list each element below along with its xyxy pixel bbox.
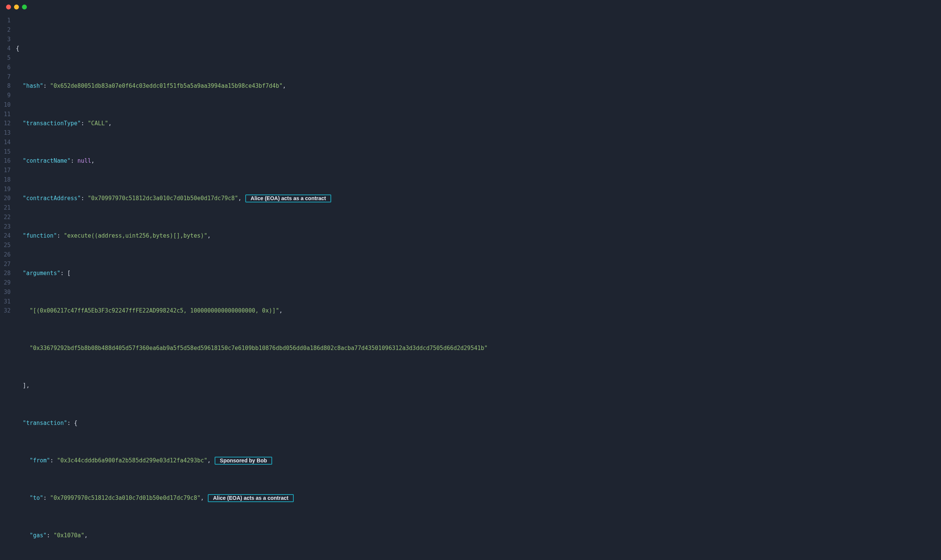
json-key: transaction: [26, 420, 64, 426]
line-number: 16: [4, 156, 11, 166]
zoom-icon[interactable]: [22, 5, 27, 9]
line-number: 8: [4, 81, 11, 91]
line-number: 18: [4, 175, 11, 185]
json-string: execute((address,uint256,bytes)[],bytes): [67, 232, 204, 239]
line-number: 24: [4, 231, 11, 241]
code-line: "hash": "0x652de80051db83a07e0f64c03eddc…: [16, 81, 941, 91]
line-number: 13: [4, 128, 11, 138]
code-area: 1 2 3 4 5 6 7 8 9 10 11 12 13 14 15 16 1…: [0, 14, 941, 560]
code-line: "gas": "0x1070a",: [16, 531, 941, 540]
line-number: 28: [4, 269, 11, 278]
line-number: 31: [4, 297, 11, 306]
line-number: 26: [4, 250, 11, 260]
json-string: [(0x006217c47ffA5Eb3F3c92247ffFE22AD9982…: [33, 307, 276, 314]
code-window: 1 2 3 4 5 6 7 8 9 10 11 12 13 14 15 16 1…: [0, 0, 941, 560]
code-line: "transactionType": "CALL",: [16, 119, 941, 128]
line-number: 11: [4, 110, 11, 119]
line-number: 6: [4, 63, 11, 72]
json-key: to: [33, 495, 40, 501]
line-number: 23: [4, 222, 11, 232]
json-string: CALL: [91, 120, 105, 127]
code-line: "to": "0x70997970c51812dc3a010c7d01b50e0…: [16, 493, 941, 503]
json-key: hash: [26, 82, 40, 89]
line-number: 5: [4, 53, 11, 63]
code-line: {: [16, 44, 941, 53]
code-line: "transaction": {: [16, 418, 941, 428]
line-number: 21: [4, 203, 11, 213]
line-number: 14: [4, 138, 11, 147]
json-string: 0x70997970c51812dc3a010c7d01b50e0d17dc79…: [53, 495, 197, 501]
line-number: 10: [4, 100, 11, 110]
json-string: 0x70997970c51812dc3a010c7d01b50e0d17dc79…: [91, 195, 235, 202]
json-string: 0x3c44cdddb6a900fa2b585dd299e03d12fa4293…: [60, 457, 204, 464]
json-key: function: [26, 232, 53, 239]
json-key: gas: [33, 532, 43, 539]
json-key: arguments: [26, 270, 57, 277]
line-number: 2: [4, 25, 11, 35]
line-number: 32: [4, 306, 11, 316]
code-line: ],: [16, 381, 941, 390]
line-number: 19: [4, 185, 11, 194]
line-number: 15: [4, 147, 11, 157]
line-number: 4: [4, 44, 11, 53]
json-null: null: [78, 156, 91, 166]
line-number: 30: [4, 288, 11, 297]
titlebar: [0, 0, 941, 14]
close-icon[interactable]: [6, 5, 11, 9]
json-key: contractAddress: [26, 195, 77, 202]
line-number: 1: [4, 16, 11, 25]
json-string: 0x652de80051db83a07e0f64c03eddc01f51fb5a…: [53, 82, 279, 89]
json-string: 0x33679292bdf5b8b08b488d405d57f360ea6ab9…: [33, 345, 484, 352]
line-number: 3: [4, 35, 11, 44]
callout-bob: Sponsored by Bob: [215, 457, 272, 465]
json-key: transactionType: [26, 120, 77, 127]
callout-alice: Alice (EOA) acts as a contract: [245, 194, 331, 203]
line-number: 7: [4, 72, 11, 82]
json-key: contractName: [26, 157, 67, 164]
code-line: "[(0x006217c47ffA5Eb3F3c92247ffFE22AD998…: [16, 306, 941, 316]
line-number: 25: [4, 241, 11, 250]
code-line: "function": "execute((address,uint256,by…: [16, 231, 941, 241]
code-block: { "hash": "0x652de80051db83a07e0f64c03ed…: [16, 16, 941, 560]
line-number: 9: [4, 91, 11, 100]
code-line: "0x33679292bdf5b8b08b488d405d57f360ea6ab…: [16, 344, 941, 353]
code-line: "contractAddress": "0x70997970c51812dc3a…: [16, 194, 941, 203]
line-number: 29: [4, 278, 11, 288]
line-number: 12: [4, 119, 11, 128]
line-number: 20: [4, 194, 11, 203]
line-number-gutter: 1 2 3 4 5 6 7 8 9 10 11 12 13 14 15 16 1…: [0, 16, 16, 560]
callout-alice-to: Alice (EOA) acts as a contract: [208, 494, 294, 502]
line-number: 17: [4, 166, 11, 175]
minimize-icon[interactable]: [14, 5, 19, 9]
line-number: 27: [4, 260, 11, 269]
code-line: "contractName": null,: [16, 156, 941, 166]
line-number: 22: [4, 213, 11, 222]
code-line: "from": "0x3c44cdddb6a900fa2b585dd299e03…: [16, 456, 941, 465]
json-key: from: [33, 457, 47, 464]
json-string: 0x1070a: [57, 532, 81, 539]
code-line: "arguments": [: [16, 269, 941, 278]
